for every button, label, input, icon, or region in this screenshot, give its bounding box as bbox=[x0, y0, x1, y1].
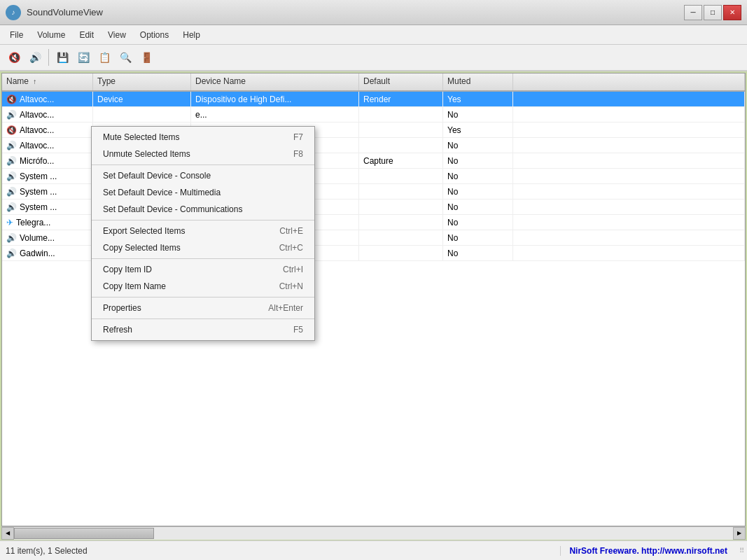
cell-muted: Yes bbox=[443, 122, 513, 137]
title-bar-left: ♪ SoundVolumeView bbox=[6, 5, 103, 20]
menu-help[interactable]: Help bbox=[176, 27, 207, 43]
cell-name: 🔊 Volume... bbox=[2, 230, 93, 245]
cell-rest bbox=[513, 153, 745, 168]
cell-rest bbox=[513, 184, 745, 199]
cell-muted: No bbox=[443, 169, 513, 183]
toolbar-separator-1 bbox=[48, 49, 49, 66]
cell-name: 🔊 Altavoc... bbox=[2, 107, 93, 122]
cell-name: 🔊 System ... bbox=[2, 200, 93, 214]
cell-muted: No bbox=[443, 215, 513, 230]
cell-rest bbox=[513, 215, 745, 230]
scroll-right-button[interactable]: ▶ bbox=[733, 527, 746, 540]
menu-bar: File Volume Edit View Options Help bbox=[0, 25, 747, 45]
cell-type bbox=[93, 107, 191, 122]
cell-name: 🔊 System ... bbox=[2, 184, 93, 199]
toolbar-save-button[interactable]: 💾 bbox=[53, 48, 72, 67]
window-controls: ─ □ ✕ bbox=[684, 5, 741, 20]
cell-rest bbox=[513, 246, 745, 260]
cell-muted: No bbox=[443, 107, 513, 122]
ctx-label: Properties bbox=[103, 303, 141, 313]
cell-rest bbox=[513, 138, 745, 153]
table-header: Name ↑ Type Device Name Default Muted bbox=[2, 74, 745, 92]
context-menu-item[interactable]: Unmute Selected ItemsF8 bbox=[92, 146, 314, 162]
context-menu-separator bbox=[92, 318, 314, 319]
cell-name: 🔊 Gadwin... bbox=[2, 246, 93, 260]
menu-volume[interactable]: Volume bbox=[30, 27, 72, 43]
context-menu-item[interactable]: Set Default Device - Communications bbox=[92, 201, 314, 218]
app-icon: ♪ bbox=[6, 5, 21, 20]
menu-edit[interactable]: Edit bbox=[72, 27, 101, 43]
col-header-name[interactable]: Name ↑ bbox=[2, 74, 93, 90]
toolbar-refresh-button[interactable]: 🔄 bbox=[74, 48, 93, 67]
ctx-label: Export Selected Items bbox=[103, 226, 185, 236]
context-menu-item[interactable]: Set Default Device - Multimedia bbox=[92, 184, 314, 201]
toolbar-copy-button[interactable]: 📋 bbox=[95, 48, 114, 67]
context-menu-item[interactable]: Export Selected ItemsCtrl+E bbox=[92, 223, 314, 239]
cell-default bbox=[359, 138, 443, 153]
ctx-label: Copy Selected Items bbox=[103, 243, 181, 253]
cell-name: 🔇 Altavoc... bbox=[2, 92, 93, 106]
menu-file[interactable]: File bbox=[3, 27, 30, 43]
context-menu: Mute Selected ItemsF7Unmute Selected Ite… bbox=[91, 126, 315, 341]
cell-muted: Yes bbox=[443, 92, 513, 106]
status-right: NirSoft Freeware. http://www.nirsoft.net bbox=[561, 546, 736, 556]
cell-name: ✈ Telegra... bbox=[2, 215, 93, 230]
title-bar: ♪ SoundVolumeView ─ □ ✕ bbox=[0, 0, 747, 25]
col-header-muted[interactable]: Muted bbox=[443, 74, 513, 90]
cell-default bbox=[359, 184, 443, 199]
toolbar-speaker-button[interactable]: 🔊 bbox=[25, 48, 45, 67]
col-header-device[interactable]: Device Name bbox=[191, 74, 359, 90]
ctx-shortcut: F8 bbox=[293, 149, 303, 159]
context-menu-separator bbox=[92, 297, 314, 298]
restore-button[interactable]: □ bbox=[704, 5, 722, 20]
toolbar-exit-button[interactable]: 🚪 bbox=[137, 48, 156, 67]
scroll-track[interactable] bbox=[14, 527, 733, 540]
cell-muted: No bbox=[443, 200, 513, 214]
ctx-label: Set Default Device - Communications bbox=[103, 204, 242, 214]
close-button[interactable]: ✕ bbox=[723, 5, 741, 20]
col-header-rest bbox=[513, 74, 745, 90]
cell-default: Capture bbox=[359, 153, 443, 168]
nirsoft-link[interactable]: NirSoft Freeware. http://www.nirsoft.net bbox=[569, 546, 727, 556]
ctx-label: Mute Selected Items bbox=[103, 132, 179, 142]
status-left: 11 item(s), 1 Selected bbox=[0, 546, 561, 556]
cell-type: Device bbox=[93, 92, 191, 106]
context-menu-item[interactable]: RefreshF5 bbox=[92, 321, 314, 338]
context-menu-item[interactable]: Copy Item IDCtrl+I bbox=[92, 261, 314, 278]
status-bar: 11 item(s), 1 Selected NirSoft Freeware.… bbox=[0, 540, 747, 560]
col-header-type[interactable]: Type bbox=[93, 74, 191, 90]
menu-view[interactable]: View bbox=[101, 27, 133, 43]
ctx-label: Set Default Device - Console bbox=[103, 171, 211, 181]
ctx-shortcut: Ctrl+C bbox=[279, 243, 303, 253]
toolbar-mute-button[interactable]: 🔇 bbox=[4, 48, 24, 67]
ctx-label: Set Default Device - Multimedia bbox=[103, 188, 221, 197]
cell-name: 🔊 Micrófo... bbox=[2, 153, 93, 168]
table-row[interactable]: 🔇 Altavoc... Device Dispositivo de High … bbox=[2, 92, 745, 107]
context-menu-item[interactable]: Mute Selected ItemsF7 bbox=[92, 129, 314, 146]
context-menu-item[interactable]: Copy Item NameCtrl+N bbox=[92, 278, 314, 295]
scrollbar-area: ◀ ▶ bbox=[1, 526, 746, 539]
cell-rest bbox=[513, 169, 745, 183]
context-menu-item[interactable]: Set Default Device - Console bbox=[92, 167, 314, 184]
minimize-button[interactable]: ─ bbox=[684, 5, 702, 20]
context-menu-item[interactable]: Copy Selected ItemsCtrl+C bbox=[92, 239, 314, 256]
ctx-label: Refresh bbox=[103, 325, 132, 335]
toolbar-search-button[interactable]: 🔍 bbox=[116, 48, 135, 67]
ctx-shortcut: Alt+Enter bbox=[268, 303, 303, 313]
col-header-default[interactable]: Default bbox=[359, 74, 443, 90]
scroll-left-button[interactable]: ◀ bbox=[1, 527, 14, 540]
cell-device: Dispositivo de High Defi... bbox=[191, 92, 359, 106]
cell-name: 🔊 System ... bbox=[2, 169, 93, 183]
cell-default bbox=[359, 200, 443, 214]
table-row[interactable]: 🔊 Altavoc... e... No bbox=[2, 107, 745, 122]
menu-options[interactable]: Options bbox=[133, 27, 176, 43]
cell-default bbox=[359, 122, 443, 137]
resize-grip: ⠿ bbox=[736, 545, 747, 556]
context-menu-separator bbox=[92, 164, 314, 165]
ctx-label: Copy Item Name bbox=[103, 281, 166, 291]
context-menu-item[interactable]: PropertiesAlt+Enter bbox=[92, 300, 314, 316]
ctx-shortcut: Ctrl+I bbox=[283, 265, 303, 274]
scroll-thumb[interactable] bbox=[14, 528, 154, 539]
ctx-shortcut: F7 bbox=[293, 132, 303, 142]
cell-muted: No bbox=[443, 153, 513, 168]
